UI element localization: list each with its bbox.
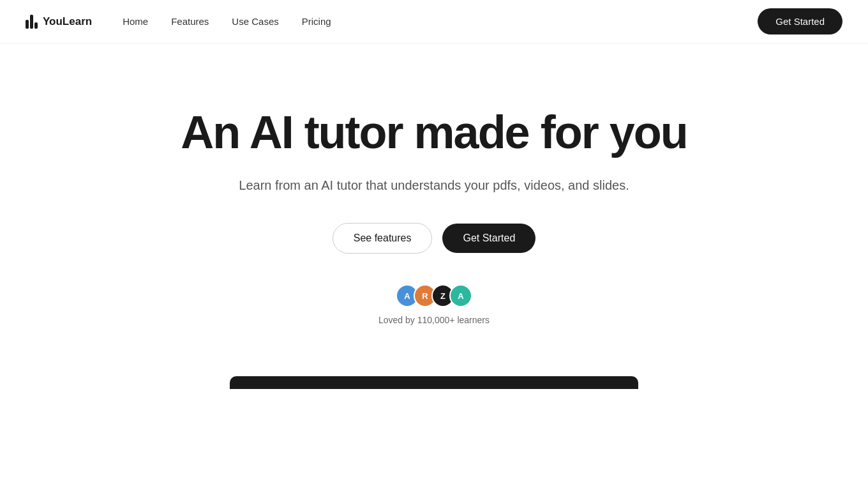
social-proof: A R Z A Loved by 110,000+ learners xyxy=(378,284,490,325)
nav-item-features[interactable]: Features xyxy=(171,16,209,27)
nav-link-features[interactable]: Features xyxy=(171,16,209,27)
nav-link-home[interactable]: Home xyxy=(123,16,148,27)
bottom-preview xyxy=(0,363,868,389)
preview-bar xyxy=(230,376,638,389)
hero-section: An AI tutor made for you Learn from an A… xyxy=(0,43,868,363)
nav-item-home[interactable]: Home xyxy=(123,16,148,27)
logo-icon xyxy=(26,15,38,29)
nav-link-pricing[interactable]: Pricing xyxy=(302,16,331,27)
navbar: YouLearn Home Features Use Cases Pricing… xyxy=(0,0,868,43)
hero-get-started-button[interactable]: Get Started xyxy=(442,224,535,253)
social-proof-text: Loved by 110,000+ learners xyxy=(378,315,490,325)
logo-bar-1 xyxy=(26,20,29,29)
nav-item-use-cases[interactable]: Use Cases xyxy=(232,16,278,27)
nav-get-started-button[interactable]: Get Started xyxy=(758,8,842,34)
avatar-4: A xyxy=(449,284,472,307)
logo[interactable]: YouLearn xyxy=(26,15,92,29)
nav-left: YouLearn Home Features Use Cases Pricing xyxy=(26,15,331,29)
logo-text: YouLearn xyxy=(43,15,92,28)
hero-subtitle: Learn from an AI tutor that understands … xyxy=(239,176,629,195)
nav-item-pricing[interactable]: Pricing xyxy=(302,16,331,27)
hero-buttons: See features Get Started xyxy=(333,223,536,254)
logo-bar-3 xyxy=(34,22,38,29)
avatar-group: A R Z A xyxy=(396,284,472,307)
nav-links: Home Features Use Cases Pricing xyxy=(123,16,331,27)
hero-title: An AI tutor made for you xyxy=(181,107,687,158)
see-features-button[interactable]: See features xyxy=(333,223,433,254)
nav-link-use-cases[interactable]: Use Cases xyxy=(232,16,278,27)
logo-bar-2 xyxy=(30,15,33,29)
